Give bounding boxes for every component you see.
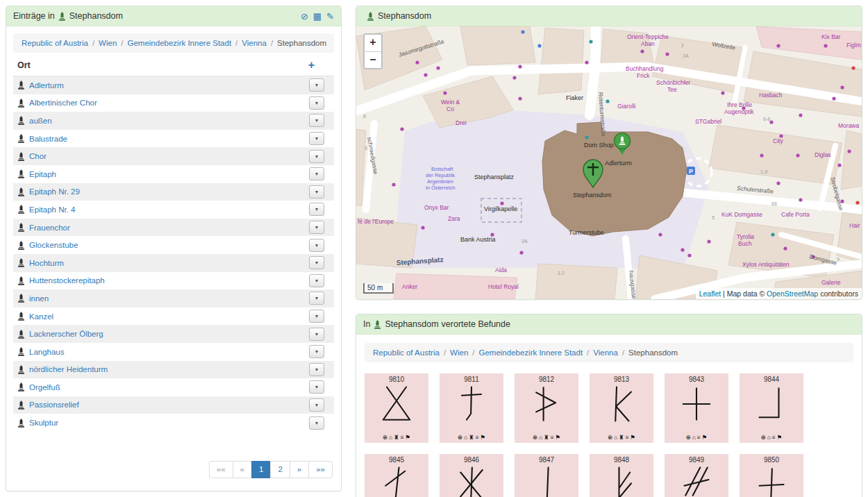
place-dropdown-button[interactable]: ▾ [309, 416, 324, 430]
place-link[interactable]: Hochturm [29, 259, 64, 267]
poi-purple-dot [400, 127, 403, 130]
breadcrumb-item[interactable]: Wien [450, 348, 468, 357]
place-link[interactable]: Glockenstube [29, 241, 78, 249]
finding-card[interactable]: 9846⊕⌂♜≡⚑ [440, 454, 503, 497]
place-link[interactable]: Skulptur [29, 419, 58, 427]
place-dropdown-button[interactable]: ▾ [309, 221, 324, 234]
place-dropdown-button[interactable]: ▾ [309, 96, 324, 110]
place-dropdown-button[interactable]: ▾ [309, 167, 324, 180]
monument-icon [58, 12, 66, 21]
place-link[interactable]: nördlicher Heidenturm [29, 365, 108, 373]
place-link[interactable]: Albertinischer Chor [29, 99, 97, 107]
place-dropdown-button[interactable]: ▾ [309, 345, 324, 358]
breadcrumb-item[interactable]: Vienna [242, 39, 267, 47]
monument-icon [17, 223, 25, 232]
poi-purple-dot [776, 181, 780, 185]
place-link[interactable]: Huttenstockerepitaph [29, 276, 105, 285]
map-label: 5 [712, 215, 715, 220]
breadcrumb-item[interactable]: Gemeindebezirk Innere Stadt [479, 348, 583, 357]
pencil-icon[interactable]: ✎ [326, 12, 334, 21]
finding-card[interactable]: 9844⊕⌂≡⚑ [740, 373, 803, 443]
place-link[interactable]: Epitaph [29, 170, 56, 178]
place-link[interactable]: Kanzel [29, 312, 53, 321]
poi-purple-dot [760, 153, 763, 157]
flag-icon: ⚑ [406, 434, 411, 441]
zoom-in-button[interactable]: + [365, 35, 381, 51]
caret-down-icon: ▾ [315, 242, 318, 248]
place-dropdown-button[interactable]: ▾ [309, 256, 324, 269]
place-dropdown-button[interactable]: ▾ [309, 363, 324, 376]
add-place-button[interactable]: + [308, 60, 315, 71]
finding-id: 9810 [389, 373, 404, 383]
zoom-out-button[interactable]: − [365, 51, 381, 68]
globe-icon: ⊕ [458, 434, 462, 441]
caret-down-icon: ▾ [315, 171, 318, 177]
place-link[interactable]: Epitaph Nr. 29 [29, 187, 80, 196]
place-dropdown-button[interactable]: ▾ [309, 150, 324, 163]
calendar-icon[interactable]: ▦ [313, 12, 322, 21]
place-dropdown-button[interactable]: ▾ [309, 274, 324, 287]
place-link[interactable]: Adlerturm [29, 81, 64, 90]
findings-panel-header: In Stephansdom verortete Befunde [356, 314, 862, 335]
place-link[interactable]: Epitaph Nr. 4 [29, 205, 75, 214]
leaflet-link[interactable]: Leaflet [699, 289, 721, 298]
caret-down-icon: ▾ [315, 348, 318, 355]
finding-card[interactable]: 9849⊕⌂♜≡⚑ [665, 454, 728, 497]
finding-card[interactable]: 9850⊕⌂♜≡⚑ [740, 454, 803, 497]
pagination-button[interactable]: « [233, 461, 252, 479]
place-link[interactable]: Langhaus [29, 348, 65, 356]
place-link[interactable]: Lacknerscher Ölberg [29, 330, 103, 338]
openstreetmap-link[interactable]: OpenStreetMap [767, 289, 818, 298]
mason-mark-glyph [377, 385, 416, 423]
map-label: 66 [771, 201, 777, 206]
place-link[interactable]: Chor [29, 152, 47, 160]
pagination-button[interactable]: 1 [251, 461, 271, 479]
list-item: Passionsrelief▾ [13, 396, 334, 414]
place-dropdown-button[interactable]: ▾ [309, 114, 324, 127]
place-dropdown-button[interactable]: ▾ [309, 203, 324, 216]
finding-card[interactable]: 9845⊕⌂♜≡⚑ [365, 454, 428, 497]
place-link[interactable]: außen [29, 117, 52, 125]
breadcrumb-item[interactable]: Wien [99, 39, 117, 47]
finding-card[interactable]: 9843⊕⌂≡⚑ [665, 373, 728, 443]
poi-teal-dot [771, 233, 774, 236]
breadcrumb-item[interactable]: Republic of Austria [373, 348, 440, 357]
place-dropdown-button[interactable]: ▾ [309, 132, 324, 145]
pagination-button[interactable]: «« [209, 461, 233, 479]
place-dropdown-button[interactable]: ▾ [309, 398, 324, 412]
breadcrumb-item: Stephansdom [277, 39, 326, 47]
place-dropdown-button[interactable]: ▾ [309, 380, 324, 394]
place-link[interactable]: Frauenchor [29, 224, 70, 232]
breadcrumb-item[interactable]: Gemeindebezirk Innere Stadt [128, 39, 232, 47]
ban-icon[interactable]: ⊘ [301, 12, 308, 21]
place-link[interactable]: Passionsrelief [29, 401, 79, 409]
map-label: Wein & [441, 99, 460, 106]
place-dropdown-button[interactable]: ▾ [309, 292, 324, 305]
place-dropdown-button[interactable]: ▾ [309, 310, 324, 323]
entries-panel-header: Einträge in Stephansdom ⊘ ▦ ✎ [6, 6, 341, 26]
poi-purple-dot [519, 251, 523, 254]
finding-card[interactable]: 9812⊕⌂♜≡⚑ [515, 373, 578, 443]
finding-card[interactable]: 9810⊕⌂♜≡⚑ [365, 373, 428, 443]
finding-card[interactable]: 9811⊕⌂♜≡⚑ [440, 373, 503, 443]
pagination-button[interactable]: »» [308, 461, 333, 479]
map-label: 3 2 [558, 271, 565, 276]
pagination-button[interactable]: 2 [270, 461, 290, 479]
place-dropdown-button[interactable]: ▾ [309, 185, 324, 199]
caret-down-icon: ▾ [315, 367, 318, 373]
place-link[interactable]: innen [29, 294, 49, 303]
pagination-button[interactable]: » [290, 461, 309, 479]
breadcrumb-item[interactable]: Vienna [593, 348, 618, 357]
caret-down-icon: ▾ [315, 117, 318, 124]
map[interactable]: P JasomirgottstraßeWollzeileRotenturmstr… [356, 26, 862, 299]
finding-card[interactable]: 9847⊕⌂♜≡⚑ [515, 454, 578, 497]
entries-panel-body: Republic of Austria/Wien/Gemeindebezirk … [6, 26, 341, 491]
place-dropdown-button[interactable]: ▾ [309, 78, 324, 92]
place-dropdown-button[interactable]: ▾ [309, 239, 324, 252]
breadcrumb-item[interactable]: Republic of Austria [22, 39, 88, 47]
place-link[interactable]: Orgelfuß [29, 383, 60, 391]
finding-card[interactable]: 9848⊕⌂♜≡⚑ [590, 454, 653, 497]
place-link[interactable]: Balustrade [29, 135, 67, 143]
finding-card[interactable]: 9813⊕⌂♜≡⚑ [590, 373, 653, 443]
place-dropdown-button[interactable]: ▾ [309, 328, 324, 341]
